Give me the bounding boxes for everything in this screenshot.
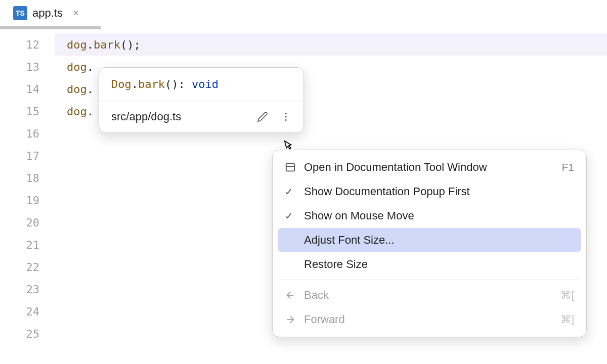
menu-item-show-documentation-popup-first[interactable]: ✓ Show Documentation Popup First	[278, 179, 581, 204]
shortcut-label: ⌘]	[560, 313, 574, 326]
documentation-source-path: src/app/dog.ts	[111, 110, 181, 123]
line-number: 15	[0, 100, 55, 122]
line-number: 19	[0, 189, 55, 211]
line-number: 20	[0, 211, 55, 234]
svg-rect-3	[286, 164, 295, 171]
svg-point-2	[285, 119, 286, 121]
checkmark-icon: ✓	[285, 210, 304, 222]
menu-item-restore-size[interactable]: Restore Size	[278, 252, 581, 277]
menu-item-adjust-font-size[interactable]: Adjust Font Size...	[278, 228, 581, 252]
svg-point-0	[285, 113, 286, 114]
tab-filename: app.ts	[32, 7, 63, 20]
tool-window-icon	[285, 162, 304, 173]
line-number: 24	[0, 300, 55, 323]
line-number: 22	[0, 256, 55, 278]
pencil-edit-icon[interactable]	[257, 111, 268, 122]
line-number: 25	[0, 323, 55, 345]
kebab-more-icon[interactable]	[280, 111, 291, 122]
menu-item-show-on-mouse-move[interactable]: ✓ Show on Mouse Move	[278, 204, 581, 228]
menu-separator	[280, 280, 579, 280]
line-number: 12	[0, 33, 55, 56]
line-number: 14	[0, 78, 55, 100]
line-number: 13	[0, 56, 55, 78]
svg-point-1	[285, 116, 286, 117]
line-number: 16	[0, 122, 55, 145]
tab-bar: TS app.ts ×	[0, 0, 607, 26]
documentation-signature: Dog.bark(): void	[99, 68, 304, 101]
typescript-file-icon: TS	[13, 6, 27, 20]
documentation-footer: src/app/dog.ts	[99, 101, 304, 132]
menu-item-open-documentation-tool-window[interactable]: Open in Documentation Tool Window F1	[278, 155, 581, 179]
arrow-left-icon	[285, 290, 304, 301]
line-number: 18	[0, 167, 55, 189]
code-line[interactable]: dog.bark();	[55, 33, 607, 56]
line-number: 21	[0, 234, 55, 256]
close-tab-icon[interactable]: ×	[71, 5, 81, 21]
menu-item-back: Back ⌘[	[278, 283, 581, 307]
line-number: 17	[0, 145, 55, 167]
line-number-gutter: 12 13 14 15 16 17 18 19 20 21 22 23 24 2…	[0, 29, 55, 345]
context-menu: Open in Documentation Tool Window F1 ✓ S…	[272, 150, 587, 337]
checkmark-icon: ✓	[285, 186, 304, 198]
documentation-popup: Dog.bark(): void src/app/dog.ts	[99, 67, 304, 133]
shortcut-label: ⌘[	[560, 289, 574, 301]
menu-item-forward: Forward ⌘]	[278, 307, 581, 332]
shortcut-label: F1	[561, 161, 574, 173]
arrow-right-icon	[285, 314, 304, 325]
line-number: 23	[0, 278, 55, 300]
editor-tab[interactable]: TS app.ts ×	[6, 0, 88, 26]
